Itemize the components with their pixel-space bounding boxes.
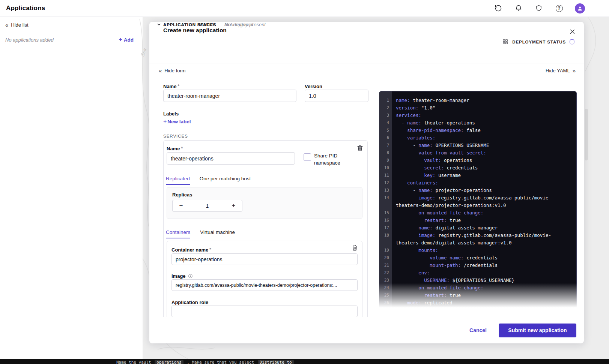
plus-icon: + xyxy=(163,118,167,124)
yaml-line: 21 mount-path: /credentials xyxy=(379,262,576,269)
help-glyph: ? xyxy=(556,5,563,12)
statusbar-text: Name the vault operations . Make sure th… xyxy=(0,359,609,364)
yaml-line: 20 - volume-name: credentials xyxy=(379,254,576,262)
add-label: Add xyxy=(124,37,134,43)
modal-footer: Cancel Submit new application xyxy=(149,317,584,343)
yaml-line: 24 on-mounted-file-change: xyxy=(379,284,576,292)
create-application-modal: Create new application APPLICATION STATU… xyxy=(149,22,584,343)
required-mark: * xyxy=(177,84,179,89)
collapse-right-icon: » xyxy=(573,68,576,73)
image-label: Image xyxy=(171,273,193,279)
app-root: Sea Applications ? « Hide list xyxy=(0,0,609,364)
yaml-line: 14 image: registry.gitlab.com/avassa-pub… xyxy=(379,194,576,202)
name-label: Name* xyxy=(163,84,179,89)
increment-button[interactable]: + xyxy=(225,200,242,212)
delete-container-icon[interactable] xyxy=(352,245,358,252)
tab-one-per-matching-host[interactable]: One per matching host xyxy=(200,176,251,185)
submit-button[interactable]: Submit new application xyxy=(499,324,576,337)
name-input[interactable] xyxy=(163,90,296,102)
info-icon xyxy=(188,274,193,279)
chevron-down-icon xyxy=(155,22,162,27)
yaml-line: 10 secret: credentials xyxy=(379,164,576,172)
yaml-line: 19 mounts: xyxy=(379,247,576,254)
share-pid-label: Share PID namespace xyxy=(314,152,355,166)
yaml-line: 18 image: registry.gitlab.com/avassa-pub… xyxy=(379,232,576,239)
yaml-line: 25 restart: true xyxy=(379,292,576,299)
yaml-line: 2version: "1.0" xyxy=(379,104,576,112)
plus-icon: + xyxy=(119,37,122,43)
yaml-line: 3services: xyxy=(379,112,576,119)
yaml-line: 16 restart: true xyxy=(379,217,576,224)
yaml-line: 17 - name: digital-assets-manager xyxy=(379,224,576,232)
new-label-button[interactable]: + New label xyxy=(163,118,191,124)
yaml-line: 7 - name: OPERATIONS_USERNAME xyxy=(379,142,576,149)
cancel-button[interactable]: Cancel xyxy=(469,327,487,333)
image-input[interactable] xyxy=(171,279,358,291)
avatar[interactable] xyxy=(575,3,585,13)
version-label: Version xyxy=(305,84,322,89)
hide-yaml-button[interactable]: Hide YAML » xyxy=(546,68,576,73)
deployment-status-label: DEPLOYMENT STATUS xyxy=(512,40,566,44)
hide-form-label: Hide form xyxy=(164,68,185,73)
yaml-line: 5 share-pid-namespace: false xyxy=(379,127,576,134)
application-role-label: Application role xyxy=(171,300,208,305)
decrement-button[interactable]: − xyxy=(172,200,190,212)
application-images-section[interactable]: APPLICATION IMAGES No images present xyxy=(155,22,266,27)
runtime-tabs: Containers Virtual machine xyxy=(166,229,235,238)
yaml-line: 22 env: xyxy=(379,269,576,277)
yaml-line: 12 containers: xyxy=(379,179,576,187)
labels-label: Labels xyxy=(163,111,179,117)
page-scrollbar-thumb[interactable] xyxy=(585,109,588,160)
modal-title: Create new application xyxy=(163,27,227,34)
replicas-stepper: − 1 + xyxy=(172,200,242,212)
applications-empty-row: No applications added + Add xyxy=(5,37,134,43)
tab-containers[interactable]: Containers xyxy=(166,229,190,238)
service-name-label: Name* xyxy=(167,146,183,151)
page-title: Applications xyxy=(6,4,45,12)
container-name-label: Container name* xyxy=(171,247,211,253)
yaml-line: 13 - name: projector-operations xyxy=(379,187,576,194)
yaml-line: theaters-demo/projector-operations:v1.0 xyxy=(379,202,576,209)
tab-replicated[interactable]: Replicated xyxy=(166,176,190,185)
replicas-label: Replicas xyxy=(172,192,192,198)
service-name-input[interactable] xyxy=(167,152,295,165)
container-card: Container name* Image Application role xyxy=(167,241,362,317)
bell-icon[interactable] xyxy=(514,4,523,13)
bottom-statusbar: Name the vault operations . Make sure th… xyxy=(0,359,609,364)
topbar: Applications ? xyxy=(0,0,609,17)
hide-form-button[interactable]: « Hide form xyxy=(159,68,186,73)
services-header: SERVICES xyxy=(163,134,188,138)
refresh-icon[interactable] xyxy=(494,4,503,13)
service-card: Name* Share PID namespace Replicated One… xyxy=(163,140,368,317)
applications-list-panel: « Hide list No applications added + Add xyxy=(0,17,143,359)
required-mark: * xyxy=(181,146,183,151)
version-input[interactable] xyxy=(305,90,368,102)
header-divider xyxy=(149,63,584,63)
help-icon[interactable]: ? xyxy=(555,4,564,13)
application-role-input[interactable] xyxy=(171,306,358,317)
empty-list-text: No applications added xyxy=(5,37,54,43)
close-icon[interactable] xyxy=(567,27,577,36)
service-mode-tabs: Replicated One per matching host xyxy=(166,176,251,185)
tab-virtual-machine[interactable]: Virtual machine xyxy=(200,229,235,238)
hide-list-button[interactable]: « Hide list xyxy=(5,22,134,28)
grid-icon xyxy=(502,39,508,45)
container-name-input[interactable] xyxy=(171,253,358,265)
yaml-line: 1name: theater-room-manager xyxy=(379,97,576,104)
yaml-line: 27 replicas: 1 xyxy=(379,307,576,312)
required-mark: * xyxy=(209,247,211,252)
hide-yaml-label: Hide YAML xyxy=(546,68,570,73)
delete-service-icon[interactable] xyxy=(357,145,363,152)
application-images-label: APPLICATION IMAGES xyxy=(163,22,217,27)
add-application-button[interactable]: + Add xyxy=(119,37,134,43)
replicas-value[interactable]: 1 xyxy=(189,200,225,212)
services-area: Name* Share PID namespace Replicated One… xyxy=(163,140,368,317)
shield-icon[interactable] xyxy=(534,4,543,13)
yaml-line: 9 vault: operations xyxy=(379,157,576,164)
yaml-editor[interactable]: 1name: theater-room-manager2version: "1.… xyxy=(379,91,577,312)
share-pid-checkbox[interactable] xyxy=(304,153,311,161)
application-images-value: No images present xyxy=(225,22,266,27)
collapse-left-icon: « xyxy=(5,22,8,28)
topbar-icons: ? xyxy=(494,3,585,13)
yaml-line: 4 - name: theater-operations xyxy=(379,119,576,127)
